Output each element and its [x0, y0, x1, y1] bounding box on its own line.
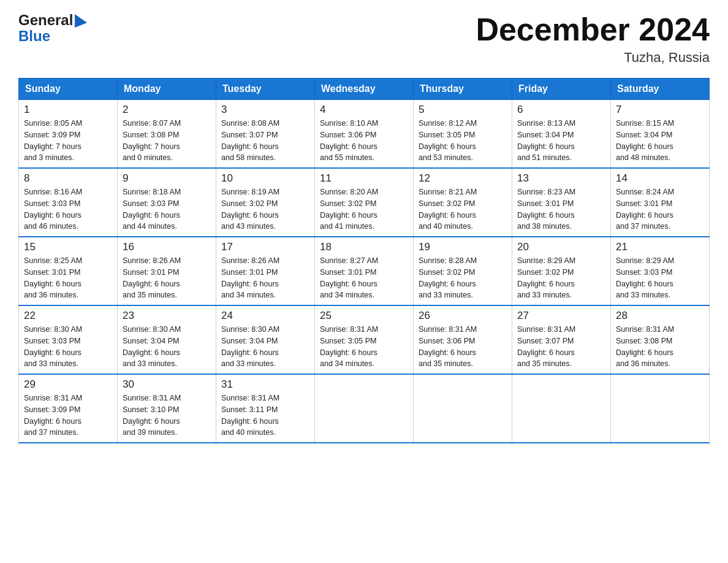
- week-row-4: 22Sunrise: 8:30 AM Sunset: 3:03 PM Dayli…: [19, 305, 710, 374]
- day-info: Sunrise: 8:30 AM Sunset: 3:04 PM Dayligh…: [221, 324, 309, 370]
- week-row-1: 1Sunrise: 8:05 AM Sunset: 3:09 PM Daylig…: [19, 100, 710, 169]
- day-info: Sunrise: 8:10 AM Sunset: 3:06 PM Dayligh…: [320, 118, 408, 164]
- day-info: Sunrise: 8:31 AM Sunset: 3:05 PM Dayligh…: [320, 324, 408, 370]
- day-number: 18: [320, 241, 408, 253]
- day-cell-14: 14Sunrise: 8:24 AM Sunset: 3:01 PM Dayli…: [611, 168, 710, 237]
- day-info: Sunrise: 8:30 AM Sunset: 3:04 PM Dayligh…: [123, 324, 211, 370]
- logo-triangle-icon: [75, 14, 88, 28]
- day-number: 3: [221, 104, 309, 116]
- header-row: SundayMondayTuesdayWednesdayThursdayFrid…: [19, 79, 710, 100]
- day-cell-8: 8Sunrise: 8:16 AM Sunset: 3:03 PM Daylig…: [19, 168, 118, 237]
- day-number: 30: [123, 378, 211, 391]
- day-number: 24: [221, 310, 309, 322]
- day-info: Sunrise: 8:29 AM Sunset: 3:02 PM Dayligh…: [517, 255, 605, 301]
- svg-marker-0: [75, 14, 87, 28]
- day-number: 7: [616, 104, 704, 116]
- day-cell-26: 26Sunrise: 8:31 AM Sunset: 3:06 PM Dayli…: [414, 305, 512, 374]
- day-info: Sunrise: 8:12 AM Sunset: 3:05 PM Dayligh…: [419, 118, 507, 164]
- day-cell-1: 1Sunrise: 8:05 AM Sunset: 3:09 PM Daylig…: [19, 100, 118, 169]
- day-info: Sunrise: 8:24 AM Sunset: 3:01 PM Dayligh…: [616, 186, 704, 232]
- header-monday: Monday: [118, 79, 216, 100]
- header-wednesday: Wednesday: [315, 79, 414, 100]
- day-cell-12: 12Sunrise: 8:21 AM Sunset: 3:02 PM Dayli…: [414, 168, 512, 237]
- month-title: December 2024: [476, 12, 710, 47]
- day-number: 16: [123, 241, 211, 253]
- header-saturday: Saturday: [611, 79, 710, 100]
- day-number: 4: [320, 104, 408, 116]
- empty-cell: [611, 374, 710, 443]
- day-number: 17: [221, 241, 309, 253]
- day-info: Sunrise: 8:21 AM Sunset: 3:02 PM Dayligh…: [419, 186, 507, 232]
- day-number: 25: [320, 310, 408, 322]
- day-number: 15: [24, 241, 112, 253]
- day-info: Sunrise: 8:08 AM Sunset: 3:07 PM Dayligh…: [221, 118, 309, 164]
- day-info: Sunrise: 8:19 AM Sunset: 3:02 PM Dayligh…: [221, 186, 309, 232]
- day-cell-2: 2Sunrise: 8:07 AM Sunset: 3:08 PM Daylig…: [118, 100, 216, 169]
- day-cell-16: 16Sunrise: 8:26 AM Sunset: 3:01 PM Dayli…: [118, 237, 216, 305]
- day-number: 2: [123, 104, 211, 116]
- header-tuesday: Tuesday: [216, 79, 315, 100]
- day-cell-9: 9Sunrise: 8:18 AM Sunset: 3:03 PM Daylig…: [118, 168, 216, 237]
- day-info: Sunrise: 8:30 AM Sunset: 3:03 PM Dayligh…: [24, 324, 112, 370]
- day-number: 28: [616, 310, 704, 322]
- day-cell-31: 31Sunrise: 8:31 AM Sunset: 3:11 PM Dayli…: [216, 374, 315, 443]
- day-number: 23: [123, 310, 211, 322]
- day-cell-22: 22Sunrise: 8:30 AM Sunset: 3:03 PM Dayli…: [19, 305, 118, 374]
- day-info: Sunrise: 8:18 AM Sunset: 3:03 PM Dayligh…: [123, 186, 211, 232]
- day-info: Sunrise: 8:07 AM Sunset: 3:08 PM Dayligh…: [123, 118, 211, 164]
- day-number: 10: [221, 172, 309, 185]
- day-cell-25: 25Sunrise: 8:31 AM Sunset: 3:05 PM Dayli…: [315, 305, 414, 374]
- day-number: 1: [24, 104, 112, 116]
- day-number: 8: [24, 172, 112, 185]
- day-info: Sunrise: 8:25 AM Sunset: 3:01 PM Dayligh…: [24, 255, 112, 301]
- day-cell-23: 23Sunrise: 8:30 AM Sunset: 3:04 PM Dayli…: [118, 305, 216, 374]
- day-cell-4: 4Sunrise: 8:10 AM Sunset: 3:06 PM Daylig…: [315, 100, 414, 169]
- title-area: December 2024 Tuzha, Russia: [476, 12, 710, 66]
- day-info: Sunrise: 8:29 AM Sunset: 3:03 PM Dayligh…: [616, 255, 704, 301]
- day-info: Sunrise: 8:27 AM Sunset: 3:01 PM Dayligh…: [320, 255, 408, 301]
- day-info: Sunrise: 8:31 AM Sunset: 3:10 PM Dayligh…: [123, 393, 211, 439]
- day-info: Sunrise: 8:20 AM Sunset: 3:02 PM Dayligh…: [320, 186, 408, 232]
- day-info: Sunrise: 8:16 AM Sunset: 3:03 PM Dayligh…: [24, 186, 112, 232]
- day-info: Sunrise: 8:26 AM Sunset: 3:01 PM Dayligh…: [221, 255, 309, 301]
- day-cell-30: 30Sunrise: 8:31 AM Sunset: 3:10 PM Dayli…: [118, 374, 216, 443]
- day-info: Sunrise: 8:31 AM Sunset: 3:07 PM Dayligh…: [517, 324, 605, 370]
- day-cell-3: 3Sunrise: 8:08 AM Sunset: 3:07 PM Daylig…: [216, 100, 315, 169]
- day-cell-19: 19Sunrise: 8:28 AM Sunset: 3:02 PM Dayli…: [414, 237, 512, 305]
- day-number: 13: [517, 172, 605, 185]
- day-info: Sunrise: 8:31 AM Sunset: 3:08 PM Dayligh…: [616, 324, 704, 370]
- header-sunday: Sunday: [19, 79, 118, 100]
- day-number: 27: [517, 310, 605, 322]
- day-cell-15: 15Sunrise: 8:25 AM Sunset: 3:01 PM Dayli…: [19, 237, 118, 305]
- day-cell-21: 21Sunrise: 8:29 AM Sunset: 3:03 PM Dayli…: [611, 237, 710, 305]
- day-cell-7: 7Sunrise: 8:15 AM Sunset: 3:04 PM Daylig…: [611, 100, 710, 169]
- day-number: 22: [24, 310, 112, 322]
- header-friday: Friday: [512, 79, 611, 100]
- day-number: 14: [616, 172, 704, 185]
- empty-cell: [512, 374, 611, 443]
- day-number: 20: [517, 241, 605, 253]
- day-number: 9: [123, 172, 211, 185]
- day-info: Sunrise: 8:23 AM Sunset: 3:01 PM Dayligh…: [517, 186, 605, 232]
- day-info: Sunrise: 8:28 AM Sunset: 3:02 PM Dayligh…: [419, 255, 507, 301]
- day-number: 6: [517, 104, 605, 116]
- day-cell-18: 18Sunrise: 8:27 AM Sunset: 3:01 PM Dayli…: [315, 237, 414, 305]
- day-number: 21: [616, 241, 704, 253]
- day-cell-11: 11Sunrise: 8:20 AM Sunset: 3:02 PM Dayli…: [315, 168, 414, 237]
- day-cell-29: 29Sunrise: 8:31 AM Sunset: 3:09 PM Dayli…: [19, 374, 118, 443]
- day-number: 5: [419, 104, 507, 116]
- logo: General Blue: [18, 12, 88, 45]
- calendar-table: SundayMondayTuesdayWednesdayThursdayFrid…: [18, 78, 710, 443]
- day-cell-5: 5Sunrise: 8:12 AM Sunset: 3:05 PM Daylig…: [414, 100, 512, 169]
- day-cell-20: 20Sunrise: 8:29 AM Sunset: 3:02 PM Dayli…: [512, 237, 611, 305]
- logo-line2: Blue: [18, 28, 88, 44]
- day-info: Sunrise: 8:13 AM Sunset: 3:04 PM Dayligh…: [517, 118, 605, 164]
- week-row-5: 29Sunrise: 8:31 AM Sunset: 3:09 PM Dayli…: [19, 374, 710, 443]
- day-info: Sunrise: 8:05 AM Sunset: 3:09 PM Dayligh…: [24, 118, 112, 164]
- empty-cell: [414, 374, 512, 443]
- day-cell-17: 17Sunrise: 8:26 AM Sunset: 3:01 PM Dayli…: [216, 237, 315, 305]
- week-row-3: 15Sunrise: 8:25 AM Sunset: 3:01 PM Dayli…: [19, 237, 710, 305]
- location: Tuzha, Russia: [476, 50, 710, 66]
- day-cell-10: 10Sunrise: 8:19 AM Sunset: 3:02 PM Dayli…: [216, 168, 315, 237]
- day-number: 19: [419, 241, 507, 253]
